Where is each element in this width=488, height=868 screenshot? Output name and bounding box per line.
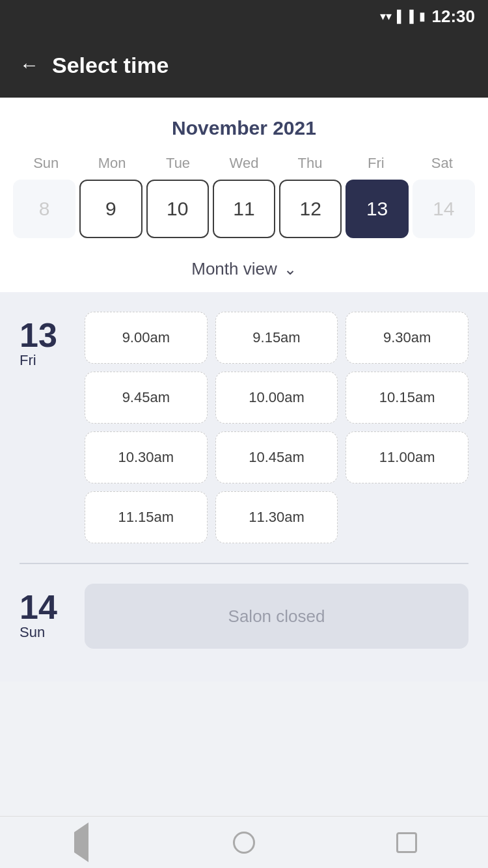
- day-14-number: 14: [20, 590, 57, 624]
- month-year-label: November 2021: [13, 117, 475, 139]
- weekday-wed: Wed: [211, 155, 277, 172]
- time-slot-1115am[interactable]: 11.15am: [85, 491, 208, 543]
- time-slot-915am[interactable]: 9.15am: [215, 312, 338, 364]
- time-slot-1015am[interactable]: 10.15am: [346, 372, 468, 424]
- nav-home-button[interactable]: [224, 823, 264, 862]
- day-14-section: 14 Sun Salon closed: [20, 584, 468, 668]
- status-bar: ▾▾ ▌▐ ▮ 12:30: [0, 0, 488, 33]
- recent-nav-icon: [396, 832, 417, 853]
- back-button[interactable]: ←: [20, 54, 39, 76]
- day-13[interactable]: 13: [346, 180, 408, 238]
- section-divider: [20, 563, 468, 564]
- day-14-name: Sun: [20, 624, 45, 641]
- month-view-label: Month view: [191, 259, 277, 279]
- day-14-label: 14 Sun: [20, 584, 72, 641]
- day-13-number: 13: [20, 318, 57, 352]
- nav-recent-button[interactable]: [387, 823, 426, 862]
- day-8[interactable]: 8: [13, 180, 75, 238]
- day-13-section: 13 Fri 9.00am 9.15am 9.30am 9.45am 10.00…: [20, 312, 468, 543]
- weekday-fri: Fri: [343, 155, 409, 172]
- day-11[interactable]: 11: [213, 180, 275, 238]
- chevron-down-icon: ⌄: [284, 260, 297, 278]
- back-icon: ←: [20, 54, 39, 76]
- salon-closed-box: Salon closed: [85, 584, 468, 649]
- weekday-mon: Mon: [79, 155, 144, 172]
- weekday-sat: Sat: [409, 155, 475, 172]
- status-icons: ▾▾ ▌▐ ▮: [380, 9, 426, 23]
- day-14[interactable]: 14: [413, 180, 475, 238]
- time-slot-945am[interactable]: 9.45am: [85, 372, 208, 424]
- battery-icon: ▮: [419, 9, 426, 23]
- weekday-tue: Tue: [145, 155, 211, 172]
- time-slot-1045am[interactable]: 10.45am: [215, 431, 338, 483]
- time-slot-1030am[interactable]: 10.30am: [85, 431, 208, 483]
- header: ← Select time: [0, 33, 488, 98]
- day-13-label: 13 Fri: [20, 312, 72, 543]
- nav-back-button[interactable]: [62, 823, 101, 862]
- page-title: Select time: [52, 53, 169, 78]
- day-13-slots-grid: 9.00am 9.15am 9.30am 9.45am 10.00am 10.1…: [85, 312, 468, 543]
- month-view-toggle[interactable]: Month view ⌄: [13, 249, 475, 292]
- calendar-section: November 2021 Sun Mon Tue Wed Thu Fri Sa…: [0, 98, 488, 292]
- weekday-thu: Thu: [277, 155, 343, 172]
- time-slot-1130am[interactable]: 11.30am: [215, 491, 338, 543]
- time-slots-section: 13 Fri 9.00am 9.15am 9.30am 9.45am 10.00…: [0, 292, 488, 681]
- wifi-icon: ▾▾: [380, 9, 392, 23]
- day-10[interactable]: 10: [146, 180, 209, 238]
- time-slot-1000am[interactable]: 10.00am: [215, 372, 338, 424]
- bottom-nav: [0, 816, 488, 868]
- time-slot-1100am[interactable]: 11.00am: [346, 431, 468, 483]
- status-time: 12:30: [432, 7, 476, 27]
- time-slot-930am[interactable]: 9.30am: [346, 312, 468, 364]
- back-nav-icon: [74, 832, 88, 853]
- signal-icon: ▌▐: [397, 10, 414, 23]
- time-slot-900am[interactable]: 9.00am: [85, 312, 208, 364]
- weekdays-row: Sun Mon Tue Wed Thu Fri Sat: [13, 155, 475, 172]
- day-12[interactable]: 12: [279, 180, 342, 238]
- day-13-name: Fri: [20, 352, 36, 369]
- days-row: 8 9 10 11 12 13 14: [13, 180, 475, 238]
- salon-closed-text: Salon closed: [228, 606, 325, 627]
- weekday-sun: Sun: [13, 155, 79, 172]
- day-9[interactable]: 9: [79, 180, 142, 238]
- home-nav-icon: [233, 832, 255, 854]
